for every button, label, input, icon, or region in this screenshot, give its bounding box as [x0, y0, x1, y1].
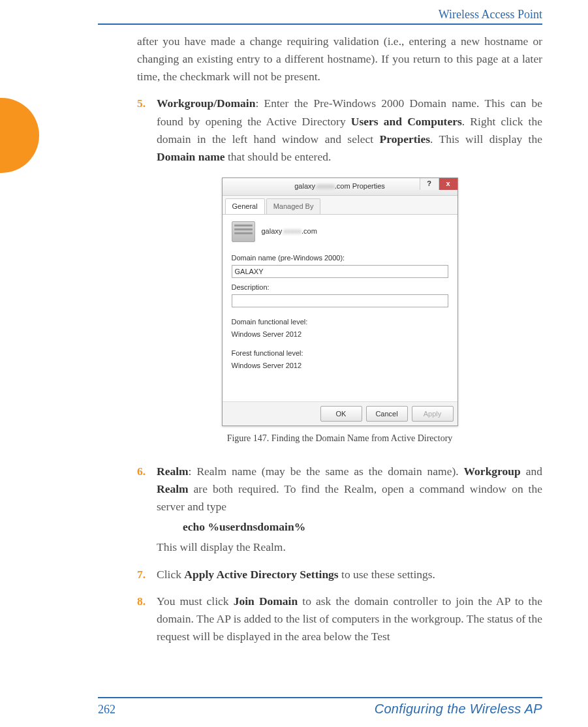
domain-name-input[interactable]	[232, 265, 448, 278]
list-body: Click Apply Active Directory Settings to…	[157, 566, 542, 583]
tab-managed-by[interactable]: Managed By	[266, 198, 321, 214]
value-dfl: Windows Server 2012	[232, 329, 448, 340]
label-domain-name: Domain name (pre-Windows 2000):	[232, 253, 448, 264]
list-number: 7.	[137, 566, 157, 583]
list-item-6: 6. Realm: Realm name (may be the same as…	[137, 463, 542, 557]
properties-dialog: galaxy.xxxxx.com Properties ? x General …	[222, 178, 458, 426]
list-body: You must click Join Domain to ask the do…	[157, 593, 542, 645]
list-number: 8.	[137, 593, 157, 645]
dialog-title: galaxy.xxxxx.com Properties	[294, 181, 385, 192]
list-body: Workgroup/Domain: Enter the Pre-Windows …	[157, 95, 542, 166]
list-number: 6.	[137, 463, 157, 557]
tab-general[interactable]: General	[225, 198, 265, 214]
dialog-footer: OK Cancel Apply	[223, 401, 457, 425]
help-button[interactable]: ?	[420, 178, 439, 190]
cancel-button[interactable]: Cancel	[366, 406, 408, 422]
list-item-7: 7. Click Apply Active Directory Settings…	[137, 566, 542, 583]
dialog-title-buttons: ? x	[420, 178, 457, 190]
label-ffl: Forest functional level:	[232, 348, 448, 359]
apply-button[interactable]: Apply	[412, 406, 454, 422]
command-text: echo %userdnsdomain%	[183, 518, 542, 536]
list-item-8: 8. You must click Join Domain to ask the…	[137, 593, 542, 645]
label-dfl: Domain functional level:	[232, 317, 448, 328]
running-header: Wireless Access Point	[439, 8, 542, 22]
figure-caption: Figure 147. Finding the Domain Name from…	[137, 431, 542, 446]
close-button[interactable]: x	[439, 178, 457, 190]
list-number: 5.	[137, 95, 157, 166]
list-item-5: 5. Workgroup/Domain: Enter the Pre-Windo…	[137, 95, 542, 166]
intro-paragraph: after you have made a change requiring v…	[137, 33, 542, 85]
dialog-body: galaxy.xxxxx.com Domain name (pre-Window…	[223, 215, 457, 401]
domain-fqdn: galaxy.xxxxx.com	[262, 226, 317, 237]
dialog-titlebar: galaxy.xxxxx.com Properties ? x	[223, 178, 457, 196]
main-content: after you have made a change requiring v…	[137, 33, 542, 645]
header-rule	[98, 23, 542, 25]
value-ffl: Windows Server 2012	[232, 360, 448, 371]
section-title: Configuring the Wireless AP	[375, 702, 542, 717]
server-icon	[232, 221, 255, 242]
page-number: 262	[98, 703, 116, 717]
ok-button[interactable]: OK	[320, 406, 362, 422]
figure-wrap: galaxy.xxxxx.com Properties ? x General …	[137, 178, 542, 446]
footer-rule	[98, 697, 542, 698]
dialog-tabs: General Managed By	[223, 196, 457, 215]
description-input[interactable]	[232, 294, 448, 307]
list-body: Realm: Realm name (may be the same as th…	[157, 463, 542, 557]
label-description: Description:	[232, 282, 448, 293]
side-tab-decoration	[0, 98, 39, 173]
